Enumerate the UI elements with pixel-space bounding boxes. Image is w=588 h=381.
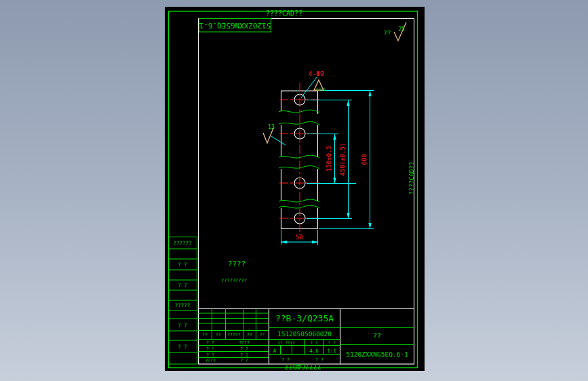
sig-label: ???? (239, 340, 250, 346)
notes-heading: ???? (228, 260, 246, 268)
sig-label: ? ? (206, 353, 214, 358)
scale-text: 1:1 (327, 348, 336, 354)
sheet-number-text: ? ? (315, 357, 324, 363)
dim-total-text: 600 (361, 154, 368, 165)
weight-header: ? ? (311, 340, 318, 345)
surface-note-prefix: ?? (384, 30, 391, 37)
sig-label: ? ? (240, 358, 248, 363)
dim-width-text: 50 (296, 234, 303, 241)
part-name-text: ??B-3/Q235A (275, 313, 334, 323)
scale-header: ? ? (328, 340, 336, 345)
part-code-text: 15120505060020 (277, 330, 332, 338)
sheet-count-text: ? ? (281, 357, 290, 363)
watermark-right: ????CAD?? (408, 162, 415, 195)
dim-span-text: 450(±0.5) (339, 143, 346, 176)
left-col-label: ? ? (178, 282, 187, 288)
watermark-bottom: ????CAD?? (285, 363, 321, 370)
hole-callout-text: 4-Φ9 (309, 70, 324, 77)
rev-header: ?? (247, 332, 252, 338)
rev-header: ?? (202, 332, 208, 338)
left-col-label: ? ? (178, 322, 187, 328)
surface-note-value: 25 (398, 26, 405, 33)
sig-label: ???? (205, 358, 216, 363)
sig-label: ? ? (240, 346, 248, 352)
stage-mark-text: A (273, 348, 277, 354)
company-text: ?? (373, 332, 381, 340)
rev-header: ????? (227, 332, 241, 338)
drawing-no-text: 5120ZXXNG5EQ.6-1 (346, 350, 408, 358)
left-col-label: ? ? (178, 262, 187, 268)
left-col-label: ?????? (173, 240, 191, 246)
watermark-top: ????CAD?? (266, 9, 302, 17)
rev-header: ?? (216, 332, 221, 338)
sig-label: ? ! (206, 346, 214, 352)
sig-label: ? ? (206, 340, 214, 346)
left-mark-text: 13 (268, 123, 275, 130)
cad-viewport: ????CAD?? ????CAD?? ????CAD?? 5120ZXXNG5… (0, 0, 588, 381)
notes-body: ????????? (221, 278, 247, 283)
left-col-label: ????? (175, 302, 191, 308)
rev-header: ?! (260, 332, 265, 338)
sig-label: ? 1 (240, 353, 248, 358)
dim-pitch-text: 150±0.5 (326, 146, 332, 172)
left-col-label: ? ? (178, 344, 187, 350)
stage-header: 1? ??1? (277, 340, 295, 345)
hole-roughness-text: 12.5 (316, 87, 326, 92)
weight-text: 4.6 (309, 348, 319, 354)
corner-drawing-no-text: 5120ZXXNG5EQ.6-1 (199, 21, 271, 30)
